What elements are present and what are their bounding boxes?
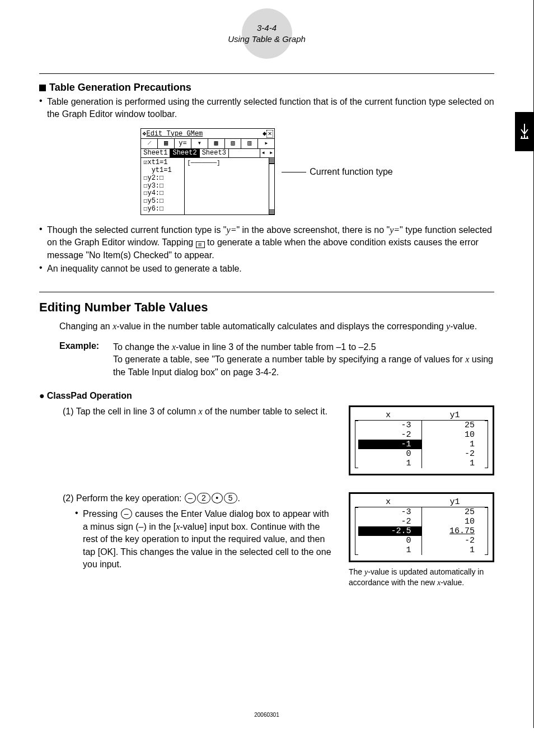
toolbar-more-icon: ▸ [258, 139, 274, 148]
page-header-badge: 3-4-4 Using Table & Graph [205, 22, 329, 45]
header-chapter: 3-4-4 [205, 22, 329, 34]
step1-text: (1) Tap the cell in line 3 of column x o… [63, 405, 332, 418]
table-icon: ▥ [196, 241, 205, 248]
figure-callout: Current function type [282, 167, 393, 177]
key-dot: • [212, 493, 223, 503]
sheet-tab-2: Sheet2 [170, 149, 199, 157]
example-line1: To change the x-value in line 3 of the n… [113, 341, 494, 353]
close-icon: ✕ [266, 130, 273, 138]
toolbar-y-equals: y= [175, 139, 191, 148]
check-icon: ❖ [142, 129, 146, 138]
sheet-tabs-scroll: ◂ ▸ [260, 149, 275, 157]
key-neg: – [185, 493, 196, 503]
toolbar-dropdown-icon: ▾ [191, 139, 208, 148]
footer-date: 20060301 [0, 712, 533, 718]
section1-bullet3: An inequality cannot be used to generate… [47, 263, 494, 275]
section2-intro: Changing an x-value in the number table … [59, 320, 494, 333]
toolbar-icon-4: ▩ [208, 139, 225, 148]
example-line2: To generate a table, see "To generate a … [113, 353, 494, 379]
toolbar-icon-2: ▦ [158, 139, 175, 148]
number-table-after: xy1 -325 -210 -2.516.75 0-2 11 [349, 492, 494, 562]
step2-text: (2) Perform the key operation: –2•5. [63, 492, 332, 505]
function-list: ☑xt1=1 yt1=1 ☐y2:□ ☐y3:□ ☐y4:□ ☐y5:□ ☐y6… [141, 158, 185, 214]
number-table-before: xy1 -325 -210 -11 0-2 11 [349, 405, 494, 475]
toolbar-icon-6: ▥ [241, 139, 258, 148]
section1-title: Table Generation Precautions [39, 82, 494, 94]
sheet-tab-3: Sheet3 [200, 149, 229, 157]
sheet-tab-1: Sheet1 [141, 149, 170, 157]
header-section: Using Table & Graph [205, 34, 329, 45]
toolbar-icon-5: ▧ [225, 139, 242, 148]
graph-editor-screenshot: ❖ Edit Type GMem ◆ ✕ ⟋ ▦ y= ▾ ▩ ▧ ▥ ▸ Sh… [140, 128, 275, 215]
step2-detail: Pressing – causes the Enter Value dialog… [83, 508, 332, 571]
key-neg-inline: – [121, 508, 132, 519]
key-5: 5 [224, 493, 237, 503]
operation-heading: ●ClassPad Operation [39, 391, 494, 401]
scrollbar [269, 158, 274, 214]
section2-title: Editing Number Table Values [39, 300, 494, 315]
section1-bullet1: Table generation is performed using the … [47, 96, 494, 121]
toolbar-icon-1: ⟋ [141, 139, 158, 148]
key-2: 2 [197, 493, 210, 503]
section1-bullet2: Though the selected current function typ… [47, 224, 494, 262]
example-label: Example: [59, 341, 113, 379]
table-caption: The y-value is updated automatically in … [349, 567, 494, 588]
